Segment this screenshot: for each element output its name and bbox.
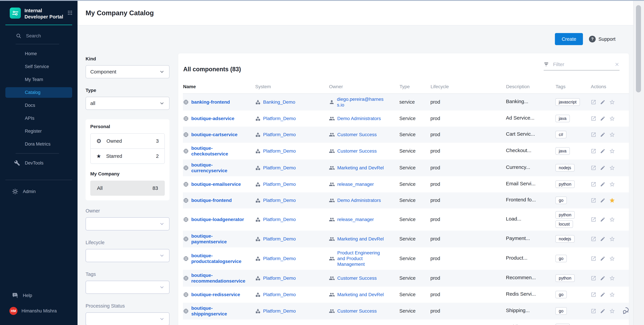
open-component-button[interactable]: [591, 275, 596, 281]
kind-select[interactable]: Component: [86, 65, 170, 78]
open-component-button[interactable]: [591, 165, 596, 171]
system-link[interactable]: Banking_Demo: [263, 99, 295, 105]
open-component-button[interactable]: [591, 292, 596, 298]
system-link[interactable]: Platform_Demo: [263, 198, 296, 203]
sidebar-item-admin[interactable]: Admin: [0, 184, 78, 199]
sidebar-item-catalog[interactable]: Catalog: [5, 87, 72, 98]
starred-filter[interactable]: ★ Starred 2: [90, 148, 164, 164]
owner-link[interactable]: Customer Success: [337, 132, 377, 137]
clear-filter-icon[interactable]: [614, 62, 620, 67]
sidebar-item-self-service[interactable]: Self Service: [0, 60, 78, 73]
star-component-button[interactable]: [609, 197, 615, 203]
support-button[interactable]: ? Support: [589, 36, 616, 42]
component-name-link[interactable]: boutique-currencyservice: [191, 162, 246, 174]
component-name-link[interactable]: boutique-paymentservice: [191, 233, 246, 245]
star-component-button[interactable]: [609, 181, 615, 187]
table-row[interactable]: bundler Platform_Demo Demo Administrator…: [183, 320, 629, 325]
page-scrollbar-track[interactable]: [633, 1, 644, 325]
owner-link[interactable]: release_manager: [337, 217, 374, 222]
table-row[interactable]: boutique-checkoutservice Platform_Demo C…: [183, 143, 629, 159]
table-row[interactable]: boutique-emailservice Platform_Demo rele…: [183, 176, 629, 192]
component-name-link[interactable]: boutique-cartservice: [191, 132, 238, 137]
lifecycle-select[interactable]: [86, 249, 170, 262]
owner-link[interactable]: Customer Success: [337, 148, 377, 154]
table-row[interactable]: boutique-shippingservice Platform_Demo C…: [183, 303, 629, 320]
system-link[interactable]: Platform_Demo: [263, 256, 296, 262]
system-link[interactable]: Platform_Demo: [263, 165, 296, 171]
table-row[interactable]: boutique-currencyservice Platform_Demo M…: [183, 159, 629, 176]
sidebar-item-home[interactable]: Home: [0, 47, 78, 60]
owned-filter[interactable]: ⚙ Owned 3: [90, 134, 164, 148]
component-name-link[interactable]: boutique-shippingservice: [191, 305, 246, 317]
component-name-link[interactable]: boutique-checkoutservice: [191, 145, 246, 157]
owner-select[interactable]: [86, 217, 170, 230]
owner-link[interactable]: Marketing and DevRel: [337, 236, 384, 242]
table-row[interactable]: boutique-paymentservice Platform_Demo Ma…: [183, 231, 629, 247]
open-component-button[interactable]: [591, 198, 596, 203]
component-name-link[interactable]: boutique-frontend: [191, 198, 232, 203]
component-name-link[interactable]: boutique-recommendationservice: [191, 273, 246, 284]
edit-component-button[interactable]: [600, 99, 606, 105]
open-component-button[interactable]: [591, 308, 596, 314]
edit-component-button[interactable]: [600, 292, 606, 297]
component-name-link[interactable]: boutique-adservice: [191, 116, 234, 121]
edit-component-button[interactable]: [600, 132, 606, 137]
open-component-button[interactable]: [591, 181, 596, 187]
owner-link[interactable]: Demo Administrators: [337, 198, 381, 203]
type-select[interactable]: all: [86, 97, 170, 110]
edit-component-button[interactable]: [600, 217, 606, 222]
sidebar-item-my-team[interactable]: My Team: [0, 73, 78, 86]
chat-widget-icon[interactable]: [622, 306, 631, 316]
edit-component-button[interactable]: [600, 165, 606, 171]
open-component-button[interactable]: [591, 148, 596, 154]
owner-link[interactable]: Customer Success: [337, 275, 377, 281]
star-component-button[interactable]: [609, 236, 615, 242]
system-link[interactable]: Platform_Demo: [263, 308, 296, 314]
table-filter-input[interactable]: [553, 61, 611, 67]
system-link[interactable]: Platform_Demo: [263, 148, 296, 154]
table-row[interactable]: boutique-productcatalogservice Platform_…: [183, 247, 629, 270]
star-component-button[interactable]: [609, 256, 615, 262]
star-component-button[interactable]: [609, 132, 615, 138]
star-component-button[interactable]: [609, 99, 615, 105]
owner-link[interactable]: Customer Success: [337, 308, 377, 314]
table-row[interactable]: boutique-cartservice Platform_Demo Custo…: [183, 127, 629, 143]
system-link[interactable]: Platform_Demo: [263, 292, 296, 298]
star-component-button[interactable]: [609, 275, 615, 281]
edit-component-button[interactable]: [600, 148, 606, 154]
table-row[interactable]: boutique-loadgenerator Platform_Demo rel…: [183, 208, 629, 231]
owner-link[interactable]: release_manager: [337, 181, 374, 187]
all-filter[interactable]: All 83: [90, 181, 165, 196]
component-name-link[interactable]: boutique-loadgenerator: [191, 217, 244, 222]
edit-component-button[interactable]: [600, 182, 606, 187]
sidebar-search[interactable]: Search: [16, 33, 59, 44]
star-component-button[interactable]: [609, 165, 615, 171]
open-component-button[interactable]: [591, 217, 596, 222]
owner-link[interactable]: Marketing and DevRel: [337, 165, 384, 171]
table-row[interactable]: boutique-redisservice Platform_Demo Mark…: [183, 287, 629, 303]
system-link[interactable]: Platform_Demo: [263, 132, 296, 137]
create-button[interactable]: Create: [555, 33, 583, 45]
processing-status-select[interactable]: [86, 313, 170, 325]
table-row[interactable]: boutique-frontend Platform_Demo Demo Adm…: [183, 192, 629, 208]
page-scrollbar-thumb[interactable]: [636, 5, 641, 92]
edit-component-button[interactable]: [600, 256, 606, 261]
system-link[interactable]: Platform_Demo: [263, 217, 296, 222]
system-link[interactable]: Platform_Demo: [263, 181, 296, 187]
component-name-link[interactable]: banking-frontend: [191, 99, 230, 105]
star-component-button[interactable]: [609, 308, 615, 314]
component-name-link[interactable]: boutique-emailservice: [191, 181, 241, 187]
star-component-button[interactable]: [609, 148, 615, 154]
sidebar-item-dora-metrics[interactable]: Dora Metrics: [0, 138, 78, 151]
open-component-button[interactable]: [591, 132, 596, 137]
owner-link[interactable]: Demo Administrators: [337, 116, 381, 121]
sidebar-item-apis[interactable]: APIs: [0, 112, 78, 125]
system-link[interactable]: Platform_Demo: [263, 236, 296, 242]
owner-link[interactable]: Marketing and DevRel: [337, 292, 384, 298]
star-component-button[interactable]: [609, 116, 615, 122]
sidebar-item-devtools[interactable]: DevTools: [0, 156, 78, 170]
sidebar-item-register[interactable]: Register: [0, 125, 78, 138]
table-row[interactable]: banking-frontend Banking_Demo diego.pere…: [183, 94, 629, 110]
owner-link[interactable]: diego.pereira@harness.io: [337, 96, 384, 108]
star-component-button[interactable]: [609, 292, 615, 298]
